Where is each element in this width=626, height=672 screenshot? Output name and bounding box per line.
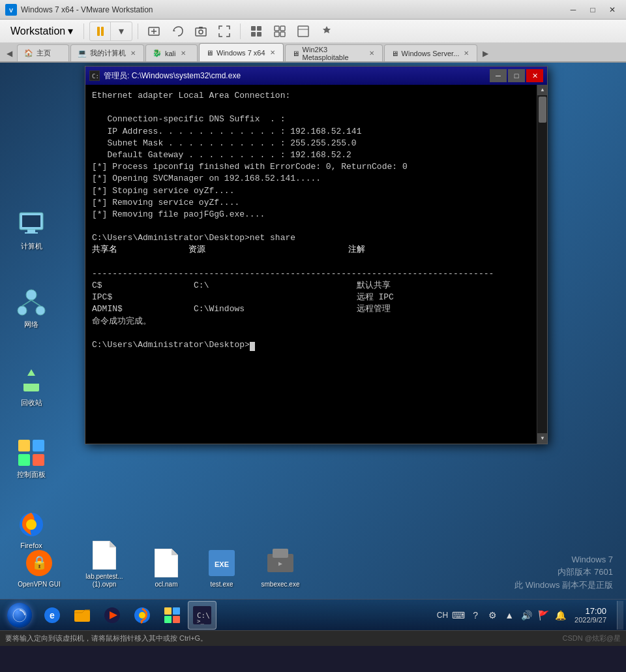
window-button[interactable]	[293, 22, 314, 40]
tab-home[interactable]: 🏠 主页	[17, 44, 69, 61]
cmd-window[interactable]: C: 管理员: C:\Windows\system32\cmd.exe ─ □ …	[85, 66, 548, 444]
systray-settings[interactable]: ⚙	[486, 609, 499, 622]
cmd-title-left: C: 管理员: C:\Windows\system32\cmd.exe	[89, 70, 241, 82]
cmd-scrollbar[interactable]: ▲ ▼	[537, 85, 547, 444]
systray-help[interactable]: ?	[469, 609, 482, 622]
svg-rect-35	[33, 440, 44, 451]
scroll-down-button[interactable]: ▼	[537, 433, 547, 444]
tab-win2k3-close[interactable]: ✕	[368, 49, 376, 57]
cmd-line-ipconfig: [*] Process ipconfig finished with Error…	[92, 161, 529, 173]
desktop-icon-test-exe[interactable]: EXE test.exe	[196, 545, 248, 591]
tab-win7-label: Windows 7 x64	[216, 49, 265, 57]
systray-ch[interactable]: CH	[437, 611, 448, 620]
pause-icon	[97, 27, 104, 36]
tab-mycomputer-icon: 💻	[78, 49, 87, 57]
titlebar-left: V Windows 7 x64 - VMware Workstation	[5, 4, 153, 16]
cmd-line-1: Ethernet adapter Local Area Connection:	[92, 90, 529, 102]
pause-button[interactable]	[90, 22, 111, 40]
icon-label: 计算机	[21, 241, 42, 251]
svg-rect-15	[280, 32, 285, 37]
desktop-icon-ocl-nam[interactable]: ocl.nam	[140, 545, 192, 591]
systray-action[interactable]: 🔔	[554, 609, 567, 622]
systray-keyboard[interactable]: ⌨	[452, 609, 465, 622]
pause-dropdown[interactable]: ▾	[111, 22, 132, 40]
tab-prev-button[interactable]: ◀	[3, 46, 16, 61]
vm-settings-button[interactable]	[316, 22, 337, 40]
tab-mycomputer[interactable]: 💻 我的计算机 ✕	[70, 44, 144, 61]
recycle-icon	[16, 365, 47, 397]
tab-win2k3[interactable]: 🖥 Win2K3 Metasploitable ✕	[285, 44, 383, 61]
tab-winserver[interactable]: 🖥 Windows Server... ✕	[384, 44, 478, 61]
workstation-menu[interactable]: Workstation ▾	[5, 22, 78, 40]
tab-win2k3-icon: 🖥	[292, 50, 299, 57]
tab-next-button[interactable]: ▶	[479, 46, 492, 61]
svg-rect-58	[173, 607, 180, 615]
unity-button[interactable]	[246, 22, 267, 40]
svg-rect-52	[74, 610, 90, 622]
cmd-line-ipcs: IPC$ 远程 IPC	[92, 292, 529, 303]
settings-button[interactable]	[269, 22, 290, 40]
cmd-line-subnet: Subnet Mask . . . . . . . . . . . : 255.…	[92, 138, 529, 149]
svg-rect-59	[164, 616, 171, 623]
clock[interactable]: 17:00 2022/9/27	[571, 605, 610, 625]
tab-kali[interactable]: 🐉 kali ✕	[145, 44, 198, 61]
svg-text:EXE: EXE	[215, 560, 229, 568]
taskbar-cmd-button[interactable]: C:\ >_	[188, 601, 216, 630]
cmd-text-content: Ethernet adapter Local Area Connection: …	[92, 90, 529, 351]
show-desktop-button[interactable]	[617, 601, 623, 630]
cmd-close-button[interactable]: ✕	[526, 69, 543, 82]
desktop-icon-smbexec[interactable]: ▶ smbexec.exe	[254, 545, 306, 591]
svg-rect-9	[257, 26, 261, 31]
systray-network[interactable]: 🚩	[537, 609, 550, 622]
desktop-icon-openvpn[interactable]: 🔒 OpenVPN GUI	[13, 545, 65, 591]
tab-home-icon: 🏠	[24, 49, 33, 57]
snapshot-button[interactable]	[190, 22, 211, 40]
taskbar-explorer-button[interactable]	[68, 601, 97, 630]
taskbar-firefox-button[interactable]	[128, 601, 156, 630]
send-ctrl-alt-del-button[interactable]	[143, 22, 164, 40]
svg-text:>_: >_	[197, 618, 204, 624]
taskbar-media-button[interactable]	[98, 601, 127, 630]
icon-label: 控制面板	[17, 470, 46, 480]
smbexec-icon: ▶	[265, 547, 296, 579]
tab-kali-close[interactable]: ✕	[179, 49, 187, 57]
svg-text:e: e	[50, 610, 55, 620]
cmd-line-blank4	[92, 328, 529, 339]
svg-point-6	[199, 30, 203, 34]
svg-point-39	[26, 519, 37, 530]
desktop-icon-lab-ovpn[interactable]: lab.pentest... (1).ovpn	[75, 537, 134, 591]
maximize-button[interactable]: □	[584, 3, 601, 16]
revert-button[interactable]	[167, 22, 188, 40]
tab-winserver-close[interactable]: ✕	[462, 49, 470, 57]
sidebar-icon-computer[interactable]: 计算机	[5, 206, 57, 254]
vm-area[interactable]: Administra... 1.reg nmap N	[0, 63, 626, 630]
taskbar-control-panel-button[interactable]	[158, 601, 186, 630]
cmd-line-header: 共享名 资源 注解	[92, 244, 529, 256]
vmware-bottom-bar: 要将输入定向到该虚拟机，请将鼠标指针移入其中或按 Ctrl+G。 CSDN @炫…	[0, 630, 626, 646]
svg-text:🔒: 🔒	[31, 555, 48, 570]
close-button[interactable]: ✕	[604, 3, 621, 16]
workstation-label: Workstation	[10, 25, 65, 37]
fullscreen-button[interactable]	[214, 22, 235, 40]
tab-win7-close[interactable]: ✕	[269, 48, 276, 57]
tab-mycomputer-close[interactable]: ✕	[129, 49, 137, 57]
cmd-minimize-button[interactable]: ─	[490, 69, 507, 82]
svg-rect-26	[22, 215, 40, 227]
systray-expand[interactable]: ▲	[503, 609, 516, 622]
sidebar-icon-recycle[interactable]: 回收站	[5, 363, 57, 410]
svg-rect-10	[251, 32, 256, 37]
sidebar-icon-network[interactable]: 网络	[5, 284, 57, 332]
svg-point-56	[139, 612, 145, 619]
scroll-up-button[interactable]: ▲	[537, 85, 547, 95]
systray-volume[interactable]: 🔊	[520, 609, 533, 622]
sidebar-icon-control[interactable]: 控制面板	[5, 435, 57, 482]
computer-icon	[16, 209, 47, 240]
tab-win7[interactable]: 🖥 Windows 7 x64 ✕	[199, 43, 284, 61]
cmd-maximize-button[interactable]: □	[508, 69, 525, 82]
taskbar-ie-button[interactable]: e	[38, 601, 67, 630]
minimize-button[interactable]: ─	[565, 3, 582, 16]
cmd-line-ip: IP Address. . . . . . . . . . . . : 192.…	[92, 126, 529, 138]
start-button[interactable]	[3, 601, 37, 630]
cmd-content[interactable]: ▲ ▼ Ethernet adapter Local Area Connecti…	[85, 85, 547, 444]
scroll-thumb[interactable]	[539, 97, 546, 123]
